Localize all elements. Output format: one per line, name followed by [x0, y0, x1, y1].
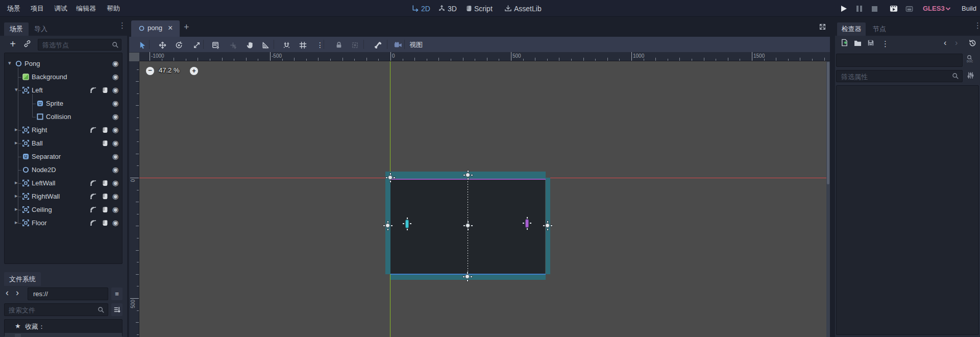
dock-tab-import[interactable]: 导入 — [29, 22, 53, 36]
signal-icon[interactable] — [90, 193, 96, 200]
visibility-eye-icon[interactable]: ◉ — [112, 99, 118, 107]
display-mode-button[interactable]: ≡ — [111, 287, 122, 300]
visibility-eye-icon[interactable]: ◉ — [112, 126, 118, 134]
tree-expand-arrow[interactable]: ▸ — [15, 206, 18, 212]
workspace-assetlib-button[interactable]: AssetLib — [504, 0, 542, 17]
select-tool-button[interactable] — [136, 39, 149, 51]
signal-icon[interactable] — [90, 206, 96, 213]
visibility-eye-icon[interactable]: ◉ — [112, 86, 118, 94]
path-box[interactable]: res:// — [28, 287, 108, 300]
smart-snap-tool-button[interactable] — [280, 39, 292, 51]
instance-scene-button[interactable] — [23, 40, 31, 47]
dock-tab-inspector[interactable]: 检查器 — [837, 22, 866, 36]
visibility-eye-icon[interactable]: ◉ — [112, 139, 118, 147]
bone-tool-button[interactable] — [372, 39, 384, 51]
tree-expand-arrow[interactable]: ▾ — [15, 86, 18, 93]
filter-properties-input[interactable]: 筛选属性 — [836, 70, 963, 82]
nav-back-button[interactable]: ‹ — [6, 287, 9, 298]
visibility-eye-icon[interactable]: ◉ — [112, 152, 118, 160]
visibility-eye-icon[interactable]: ◉ — [112, 165, 118, 174]
dock-tab-scene[interactable]: 场景 — [4, 22, 29, 36]
workspace-script-button[interactable]: Script — [465, 0, 493, 17]
menu-4[interactable]: 编辑器 — [76, 0, 96, 17]
visibility-eye-icon[interactable]: ◉ — [112, 112, 118, 121]
workspace-2d-button[interactable]: 2D — [411, 0, 430, 17]
selection-handle[interactable] — [545, 223, 550, 228]
tree-expand-arrow[interactable]: ▸ — [15, 139, 18, 146]
tree-expand-arrow[interactable]: ▸ — [15, 126, 18, 133]
script-icon[interactable] — [102, 220, 108, 226]
group-tool-button[interactable] — [349, 39, 361, 51]
add-node-button[interactable]: + — [6, 38, 19, 51]
ruler-tool-button[interactable] — [259, 39, 272, 51]
pan-tool-button[interactable] — [243, 39, 256, 51]
build-button[interactable]: Build — [962, 0, 976, 17]
history-back-button[interactable]: ‹ — [944, 38, 946, 47]
nav-forward-button[interactable]: › — [16, 287, 19, 298]
snap-options-tool-button[interactable]: ⋮ — [314, 39, 326, 51]
renderer-select[interactable]: GLES3 — [923, 0, 945, 17]
distraction-free-icon[interactable] — [819, 23, 826, 30]
script-icon[interactable] — [102, 206, 108, 213]
filter-nodes-input[interactable]: 筛选节点 — [38, 39, 121, 51]
signal-icon[interactable] — [90, 127, 96, 133]
save-resource-button[interactable] — [867, 39, 874, 46]
dock-tab-node[interactable]: 节点 — [867, 22, 892, 36]
tree-expand-arrow[interactable]: ▸ — [15, 192, 18, 199]
tree-expand-arrow[interactable]: ▸ — [15, 219, 18, 226]
tree-node-collision[interactable]: Collision◉ — [5, 110, 121, 124]
tree-node-floor[interactable]: ▸Floor◉ — [5, 216, 121, 230]
script-icon[interactable] — [102, 180, 108, 186]
menu-2[interactable]: 项目 — [31, 0, 44, 17]
tree-node-sprite[interactable]: Sprite◉ — [5, 97, 121, 110]
selection-handle[interactable] — [465, 223, 471, 228]
visibility-eye-icon[interactable]: ◉ — [112, 59, 118, 67]
menu-3[interactable]: 调试 — [54, 0, 67, 17]
move-tool-button[interactable] — [156, 39, 168, 51]
selection-handle[interactable] — [465, 173, 471, 178]
pause-button[interactable] — [854, 4, 864, 14]
canvas-2d[interactable]: −47.2 %+ — [139, 61, 830, 337]
tree-node-pong[interactable]: ▾Pong◉ — [5, 57, 121, 70]
tab-close-icon[interactable]: × — [168, 23, 173, 33]
zoom-in-button[interactable]: + — [190, 67, 198, 75]
left-dock-menu-icon[interactable]: ⋮ — [118, 21, 126, 30]
right-dock-menu-icon[interactable]: ⋮ — [974, 21, 980, 30]
favorites-row[interactable]: ★收藏： — [5, 321, 122, 332]
tree-node-rightwall[interactable]: ▸RightWall◉ — [5, 190, 121, 203]
selection-handle[interactable] — [385, 223, 390, 228]
scale-tool-button[interactable] — [190, 39, 203, 51]
selection-handle[interactable] — [465, 274, 470, 279]
visibility-eye-icon[interactable]: ◉ — [112, 179, 118, 187]
script-icon[interactable] — [102, 193, 108, 200]
tree-node-ball[interactable]: ▸Ball◉ — [5, 137, 121, 150]
menu-5[interactable]: 帮助 — [107, 0, 120, 17]
signal-icon[interactable] — [90, 87, 96, 93]
signal-icon[interactable] — [90, 220, 96, 226]
stop-button[interactable] — [869, 4, 879, 14]
search-files-input[interactable]: 搜索文件 — [4, 303, 108, 316]
zoom-level[interactable]: 47.2 % — [159, 66, 179, 74]
move-pivot-tool-button[interactable] — [227, 39, 239, 51]
signal-icon[interactable] — [90, 180, 96, 186]
tree-node-right[interactable]: ▸Right◉ — [5, 124, 121, 137]
lock-tool-button[interactable] — [333, 39, 345, 51]
play-custom-scene-button[interactable] — [905, 6, 913, 12]
object-history-button[interactable] — [969, 39, 976, 47]
script-icon[interactable] — [102, 140, 108, 147]
scene-tab-pong[interactable]: pong× — [131, 20, 180, 37]
camera-override-tool-button[interactable] — [392, 39, 404, 51]
load-resource-button[interactable] — [854, 40, 862, 46]
script-icon[interactable] — [102, 87, 108, 93]
property-tools-button[interactable] — [967, 71, 974, 79]
list-select-tool-button[interactable] — [209, 39, 222, 51]
visibility-eye-icon[interactable]: ◉ — [112, 73, 118, 81]
play-scene-button[interactable] — [890, 5, 898, 12]
zoom-out-button[interactable]: − — [146, 67, 154, 75]
resource-menu-icon[interactable]: ⋮ — [881, 39, 889, 49]
script-icon[interactable] — [102, 127, 108, 133]
tree-node-ceiling[interactable]: ▸Ceiling◉ — [5, 203, 121, 216]
doc-search-button[interactable]: DOC — [966, 55, 974, 63]
tree-node-separator[interactable]: Separator◉ — [5, 150, 121, 163]
visibility-eye-icon[interactable]: ◉ — [112, 205, 118, 213]
